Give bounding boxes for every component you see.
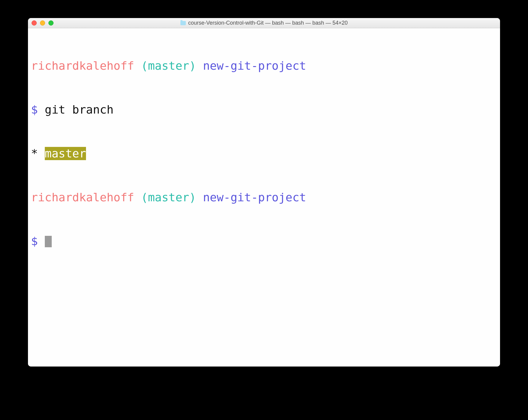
branch-output-line: * master xyxy=(31,146,497,161)
prompt-symbol: $ xyxy=(31,103,45,116)
title-wrap: course-Version-Control-with-Git — bash —… xyxy=(28,20,500,26)
titlebar[interactable]: course-Version-Control-with-Git — bash —… xyxy=(28,18,500,28)
current-branch-name: master xyxy=(45,147,86,160)
current-branch-star: * xyxy=(31,147,45,160)
terminal-body[interactable]: richardkalehoff (master) new-git-project… xyxy=(28,28,500,367)
command-text: git branch xyxy=(45,103,114,116)
traffic-lights xyxy=(32,20,54,26)
prompt-user: richardkalehoff xyxy=(31,191,134,204)
prompt-project: new-git-project xyxy=(203,59,306,72)
zoom-button[interactable] xyxy=(48,20,54,26)
window-title: course-Version-Control-with-Git — bash —… xyxy=(188,20,348,26)
folder-icon xyxy=(180,21,186,25)
command-line-2: $ xyxy=(31,234,497,249)
command-line-1: $ git branch xyxy=(31,102,497,117)
prompt-project: new-git-project xyxy=(203,191,306,204)
prompt-line-2: richardkalehoff (master) new-git-project xyxy=(31,190,497,205)
prompt-symbol: $ xyxy=(31,235,45,248)
prompt-branch: (master) xyxy=(134,191,203,204)
minimize-button[interactable] xyxy=(40,20,45,26)
prompt-user: richardkalehoff xyxy=(31,59,134,72)
terminal-window: course-Version-Control-with-Git — bash —… xyxy=(28,18,500,367)
cursor xyxy=(45,236,52,247)
close-button[interactable] xyxy=(32,20,37,26)
prompt-line-1: richardkalehoff (master) new-git-project xyxy=(31,59,497,73)
prompt-branch: (master) xyxy=(134,59,203,72)
